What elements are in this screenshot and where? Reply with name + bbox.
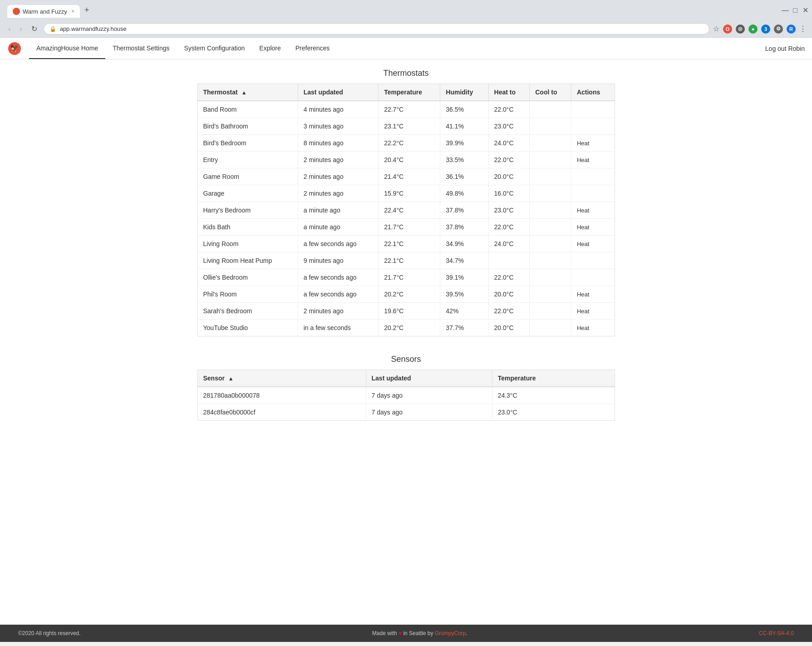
thermostat-actions[interactable]: Heat [571,303,615,320]
thermostat-cool-to [530,269,571,286]
thermostat-temperature: 21.7°C [379,269,440,286]
col-sensor-temperature[interactable]: Temperature [492,370,615,387]
thermostat-humidity: 42% [440,303,488,320]
nav-item-home[interactable]: AmazingHouse Home [29,38,105,59]
browser-active-tab[interactable]: Warm and Fuzzy × [7,5,80,18]
thermostat-actions[interactable]: Heat [571,320,615,336]
nav-items: AmazingHouse Home Thermostat Settings Sy… [29,38,765,59]
col-last-updated[interactable]: Last updated [298,84,378,101]
thermostat-name[interactable]: Bird's Bathroom [197,118,298,135]
footer-company-link[interactable]: GrumpyCorp [435,630,466,636]
thermostat-heat-to: 22.0°C [488,219,530,236]
thermostat-heat-to: 24.0°C [488,236,530,252]
new-tab-button[interactable]: + [80,3,94,18]
col-sensor[interactable]: Sensor ▲ [197,370,366,387]
thermostat-name[interactable]: Harry's Bedroom [197,202,298,219]
close-button[interactable]: ✕ [802,7,808,14]
thermostat-last-updated: 9 minutes ago [298,252,378,269]
thermostat-row: Living Room a few seconds ago 22.1°C 34.… [197,236,615,252]
thermostat-name[interactable]: Bird's Bedroom [197,135,298,152]
col-thermostat[interactable]: Thermostat ▲ [197,84,298,101]
bookmark-star-icon[interactable]: ☆ [713,25,719,33]
col-temperature[interactable]: Temperature [379,84,440,101]
nav-item-thermostat-settings[interactable]: Thermostat Settings [105,38,177,59]
thermostat-last-updated: a few seconds ago [298,236,378,252]
thermostat-actions[interactable]: Heat [571,202,615,219]
thermostat-humidity: 33.5% [440,152,488,168]
thermostat-name[interactable]: Band Room [197,101,298,118]
thermostat-humidity: 36.1% [440,168,488,185]
sensors-section: Sensors Sensor ▲ Last updated Temperatur… [197,355,615,421]
thermostat-temperature: 22.2°C [379,135,440,152]
col-heat-to[interactable]: Heat to [488,84,530,101]
thermostat-name[interactable]: Kids Bath [197,219,298,236]
thermostat-name[interactable]: Sarah's Bedroom [197,303,298,320]
thermostat-actions[interactable]: Heat [571,236,615,252]
thermostat-humidity: 37.7% [440,320,488,336]
thermostat-last-updated: a few seconds ago [298,286,378,303]
thermostat-actions[interactable]: Heat [571,152,615,168]
tab-close-button[interactable]: × [71,8,74,15]
nav-item-system-configuration[interactable]: System Configuration [177,38,252,59]
svg-text:🦅: 🦅 [10,44,19,53]
thermostat-temperature: 20.4°C [379,152,440,168]
thermostat-heat-to: 22.0°C [488,303,530,320]
ext-icon-3[interactable]: 3 [761,25,770,34]
thermostat-heat-to: 23.0°C [488,118,530,135]
thermostat-name[interactable]: YouTube Studio [197,320,298,336]
ext-icon-2[interactable]: ● [748,25,758,34]
thermostat-humidity: 39.1% [440,269,488,286]
thermostat-name[interactable]: Phil's Room [197,286,298,303]
thermostat-last-updated: a minute ago [298,219,378,236]
reload-button[interactable]: ↻ [29,24,40,34]
ext-icon-4[interactable]: ⚙ [774,25,783,34]
minimize-button[interactable]: — [782,7,788,14]
thermostat-heat-to: 24.0°C [488,135,530,152]
col-actions[interactable]: Actions [571,84,615,101]
forward-button[interactable]: › [17,24,25,34]
thermostat-cool-to [530,320,571,336]
ext-icon-1[interactable]: ◎ [736,25,745,34]
nav-item-explore[interactable]: Explore [252,38,288,59]
sensor-row: 281780aa0b000078 7 days ago 24.3°C [197,387,615,404]
thermostats-table: Thermostat ▲ Last updated Temperature Hu… [197,84,615,336]
thermostat-name[interactable]: Garage [197,185,298,202]
main-content: Thermostats Thermostat ▲ Last updated Te… [179,59,633,430]
sensor-name[interactable]: 281780aa0b000078 [197,387,366,404]
logout-button[interactable]: Log out Robin [765,45,805,52]
thermostat-name[interactable]: Ollie's Bedroom [197,269,298,286]
maximize-button[interactable]: □ [792,7,798,14]
address-text: app.warmandfuzzy.house [60,25,127,32]
col-sensor-last-updated[interactable]: Last updated [366,370,492,387]
profile-icon[interactable]: R [787,25,796,34]
nav-item-preferences[interactable]: Preferences [288,38,337,59]
thermostat-cool-to [530,101,571,118]
sensor-name[interactable]: 284c8fae0b0000cf [197,404,366,421]
thermostat-actions[interactable]: Heat [571,135,615,152]
thermostat-heat-to [488,252,530,269]
thermostat-name[interactable]: Entry [197,152,298,168]
thermostat-actions[interactable]: Heat [571,219,615,236]
browser-toolbar: ☆ O ◎ ● 3 ⚙ R ⋮ [713,25,807,34]
app-logo: 🦅 [7,41,22,56]
thermostat-name[interactable]: Game Room [197,168,298,185]
thermostat-humidity: 41.1% [440,118,488,135]
thermostat-name[interactable]: Living Room Heat Pump [197,252,298,269]
thermostat-temperature: 23.1°C [379,118,440,135]
thermostat-row: Garage 2 minutes ago 15.9°C 49.8% 16.0°C [197,185,615,202]
thermostat-actions[interactable]: Heat [571,286,615,303]
footer-heart: ♥ [399,630,402,636]
thermostat-row: YouTube Studio in a few seconds 20.2°C 3… [197,320,615,336]
col-humidity[interactable]: Humidity [440,84,488,101]
more-options-icon[interactable]: ⋮ [799,25,807,33]
thermostat-cool-to [530,202,571,219]
ext-opera-icon[interactable]: O [723,25,732,34]
thermostat-temperature: 19.6°C [379,303,440,320]
thermostat-name[interactable]: Living Room [197,236,298,252]
back-button[interactable]: ‹ [5,24,13,34]
address-bar[interactable]: 🔒 app.warmandfuzzy.house [44,23,709,35]
footer-license-link[interactable]: CC-BY-SA-4.0 [759,630,794,636]
browser-titlebar: Warm and Fuzzy × + — □ ✕ [0,0,812,20]
col-cool-to[interactable]: Cool to [530,84,571,101]
thermostat-row: Bird's Bathroom 3 minutes ago 23.1°C 41.… [197,118,615,135]
